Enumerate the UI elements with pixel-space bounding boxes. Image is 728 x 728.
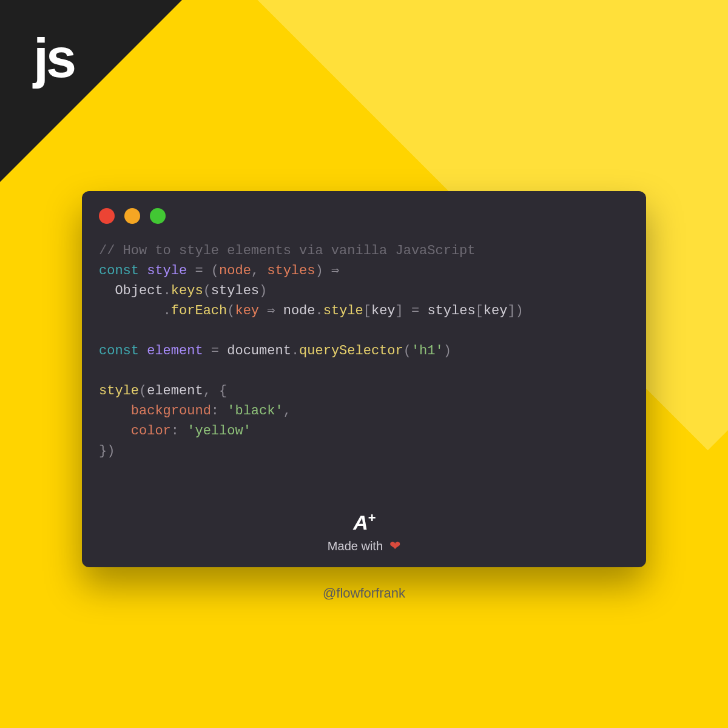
window-traffic-lights — [99, 208, 629, 224]
kw-const: const — [99, 263, 139, 278]
obj-document: document — [227, 343, 291, 359]
param-styles: styles — [267, 263, 315, 278]
logo-plus: + — [368, 510, 375, 525]
corner-triangle: js — [0, 0, 182, 182]
close-icon[interactable] — [99, 208, 115, 224]
code-block: // How to style elements via vanilla Jav… — [99, 241, 629, 461]
param-node: node — [219, 263, 251, 278]
editor-footer: A+ Made with ❤ — [82, 510, 646, 554]
string-yellow: 'yellow' — [187, 423, 251, 439]
fn-style: style — [147, 263, 187, 278]
var-element: element — [147, 343, 203, 359]
string-h1: 'h1' — [411, 343, 443, 359]
obj-object: Object — [115, 283, 163, 298]
made-with-text: Made with — [328, 539, 383, 553]
logo-text: A — [353, 511, 367, 534]
prop-background: background — [131, 403, 211, 419]
corner-label: js — [33, 27, 74, 90]
author-handle: @flowforfrank — [0, 585, 728, 601]
code-editor-window: // How to style elements via vanilla Jav… — [82, 191, 646, 567]
heart-icon: ❤ — [389, 538, 400, 553]
method-keys: keys — [171, 283, 203, 298]
maximize-icon[interactable] — [150, 208, 166, 224]
string-black: 'black' — [227, 403, 283, 419]
prop-color: color — [131, 423, 171, 439]
method-foreach: forEach — [171, 303, 227, 318]
method-queryselector: querySelector — [299, 343, 403, 359]
minimize-icon[interactable] — [124, 208, 140, 224]
logo: A+ — [82, 510, 646, 534]
made-with-line: Made with ❤ — [82, 538, 646, 554]
code-comment: // How to style elements via vanilla Jav… — [99, 243, 476, 258]
param-key: key — [235, 303, 259, 318]
